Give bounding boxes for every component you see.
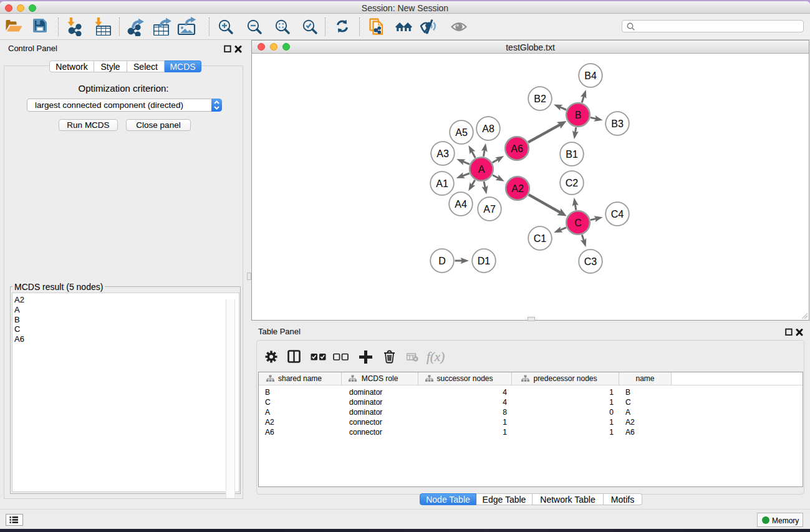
svg-text:A8: A8 (482, 123, 494, 134)
svg-text:A1: A1 (436, 178, 448, 189)
svg-text:B3: B3 (611, 118, 624, 129)
svg-text:B1: B1 (566, 149, 578, 160)
svg-text:C4: C4 (611, 209, 624, 220)
svg-text:A6: A6 (511, 143, 523, 154)
svg-text:D1: D1 (478, 256, 491, 266)
svg-text:A5: A5 (455, 127, 468, 138)
svg-text:C2: C2 (566, 178, 579, 188)
svg-text:B2: B2 (534, 94, 546, 104)
svg-text:A7: A7 (483, 204, 496, 215)
svg-text:C1: C1 (534, 233, 547, 244)
svg-text:A2: A2 (511, 183, 524, 194)
svg-text:C: C (574, 218, 582, 228)
svg-text:B4: B4 (584, 70, 597, 81)
svg-text:A4: A4 (455, 199, 467, 210)
svg-text:A3: A3 (436, 148, 449, 159)
svg-text:D: D (438, 256, 446, 266)
svg-text:B: B (575, 110, 582, 120)
svg-text:C3: C3 (584, 256, 597, 267)
svg-text:A: A (478, 164, 485, 175)
